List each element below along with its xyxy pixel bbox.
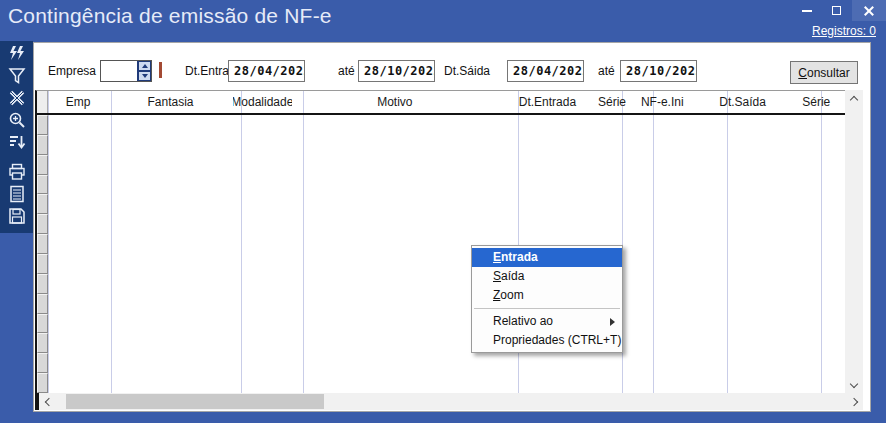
context-menu-item-entrada[interactable]: Entrada: [472, 248, 622, 267]
scroll-up-button[interactable]: [845, 90, 862, 107]
registros-link[interactable]: Registros: 0: [812, 24, 876, 38]
column-separator: [241, 91, 242, 393]
record-selector-cell[interactable]: [37, 135, 48, 155]
print-button[interactable]: [0, 163, 33, 185]
column-separator: [821, 91, 822, 393]
record-selector-cell[interactable]: [37, 175, 48, 195]
scroll-left-icon: [44, 397, 52, 405]
scroll-right-button[interactable]: [846, 393, 863, 410]
horizontal-scrollbar[interactable]: [35, 393, 863, 410]
record-selector-cell[interactable]: [37, 314, 48, 334]
record-selector-cell[interactable]: [37, 294, 48, 314]
empresa-input[interactable]: [101, 61, 137, 81]
context-menu-item-relativo-ao[interactable]: Relativo ao: [472, 312, 622, 331]
save-icon: [8, 207, 26, 229]
submenu-arrow-icon: [610, 318, 615, 326]
context-menu: EntradaSaídaZoomRelativo aoPropriedades …: [471, 245, 623, 353]
grid-header: EmpFantasiaModalidadeMotivoDt.EntradaSér…: [37, 91, 845, 113]
window-title: Contingência de emissão de NF-e: [8, 4, 332, 28]
execute-button[interactable]: [0, 45, 33, 67]
record-selector-cell[interactable]: [37, 214, 48, 234]
column-header-0[interactable]: Emp: [48, 91, 108, 113]
dt-saida-label: Dt.Sáida: [444, 64, 490, 78]
cancel-button[interactable]: [0, 89, 33, 111]
close-icon: [863, 5, 875, 17]
record-selector-cell[interactable]: [37, 373, 48, 393]
close-button[interactable]: [852, 0, 886, 21]
report-button[interactable]: [0, 185, 33, 207]
dt-entrada-to-input[interactable]: [358, 60, 435, 82]
column-header-8[interactable]: Série: [788, 91, 845, 113]
column-separator: [653, 91, 654, 393]
grid-body: [37, 115, 845, 393]
zoom-icon: [8, 111, 26, 133]
filter-icon: [8, 67, 26, 89]
menu-separator: [474, 308, 620, 309]
record-selector-cell[interactable]: [37, 194, 48, 214]
spinner-down-icon[interactable]: [138, 71, 151, 81]
minimize-button[interactable]: [794, 0, 820, 21]
horizontal-scroll-thumb[interactable]: [66, 394, 324, 409]
record-selector-cell[interactable]: [37, 274, 48, 294]
grid-header-separator: [37, 113, 845, 115]
scroll-down-icon: [849, 379, 857, 387]
toolbar: [0, 41, 33, 233]
scroll-up-icon: [849, 96, 857, 104]
caret-mark: [159, 62, 162, 78]
zoom-button[interactable]: [0, 111, 33, 133]
column-header-5[interactable]: Série: [597, 91, 627, 113]
context-menu-item-sa-da[interactable]: Saída: [472, 267, 622, 286]
column-header-4[interactable]: Dt.Entrada: [498, 91, 598, 113]
context-menu-item-zoom[interactable]: Zoom: [472, 286, 622, 305]
report-icon: [8, 185, 26, 207]
column-separator: [303, 91, 304, 393]
ate-label-2: até: [598, 64, 615, 78]
scroll-right-icon: [849, 397, 857, 405]
cancel-icon: [8, 89, 26, 111]
empresa-field[interactable]: [100, 60, 152, 82]
record-selector-column: [37, 115, 48, 393]
execute-icon: [8, 45, 26, 67]
vertical-scrollbar[interactable]: [845, 90, 863, 393]
record-selector-cell[interactable]: [37, 234, 48, 254]
record-selector-cell[interactable]: [37, 353, 48, 373]
dt-saida-to-input[interactable]: [620, 60, 697, 82]
record-selector-cell[interactable]: [37, 155, 48, 175]
column-header-7[interactable]: Dt.Saída: [698, 91, 788, 113]
minimize-icon: [802, 10, 812, 12]
maximize-button[interactable]: [822, 0, 850, 21]
data-grid: EmpFantasiaModalidadeMotivoDt.EntradaSér…: [35, 90, 845, 393]
maximize-icon: [832, 6, 841, 15]
filter-button[interactable]: [0, 67, 33, 89]
column-separator: [48, 91, 49, 393]
spinner-up-icon[interactable]: [138, 61, 151, 71]
record-selector-cell[interactable]: [37, 333, 48, 353]
column-header-6[interactable]: NF-e.Ini: [627, 91, 698, 113]
print-icon: [8, 163, 26, 185]
column-separator: [727, 91, 728, 393]
consultar-button[interactable]: Consultar: [790, 61, 858, 84]
scroll-down-button[interactable]: [845, 376, 862, 393]
ate-label-1: até: [338, 64, 355, 78]
sort-button[interactable]: [0, 133, 33, 155]
empresa-spinner[interactable]: [137, 61, 151, 81]
save-button[interactable]: [0, 207, 33, 229]
column-separator: [111, 91, 112, 393]
dt-saida-from-input[interactable]: [507, 60, 584, 82]
scroll-left-button[interactable]: [39, 393, 56, 410]
column-header-3[interactable]: Motivo: [292, 91, 498, 113]
record-selector-cell[interactable]: [37, 115, 48, 135]
column-header-2[interactable]: Modalidade: [233, 91, 292, 113]
dt-entrada-from-input[interactable]: [228, 60, 305, 82]
record-selector-cell[interactable]: [37, 254, 48, 274]
context-menu-item-propriedades-ctrl-t[interactable]: Propriedades (CTRL+T): [472, 331, 622, 350]
column-header-1[interactable]: Fantasia: [108, 91, 232, 113]
sort-icon: [8, 133, 26, 155]
empresa-label: Empresa: [48, 64, 96, 78]
